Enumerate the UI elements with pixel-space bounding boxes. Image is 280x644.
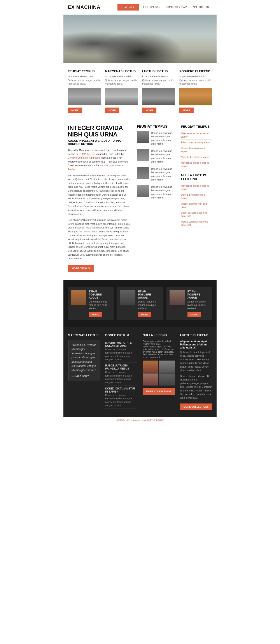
- main-section: INTEGER GRAVIDA NIBH QUIS URNA AUGUE PRA…: [63, 120, 217, 280]
- right-link-1-0[interactable]: Maecenas luctus lectus at sapien: [181, 132, 209, 138]
- footer-col-3: NULLA LEIFEND Donec placerat odio vel el…: [143, 334, 175, 410]
- nav: HOMEPAGE LEFT SIDEBAR RIGHT SIDEBAR NO S…: [118, 4, 212, 10]
- article-more-btn-1[interactable]: MORE: [68, 108, 82, 113]
- dark-card-btn-2[interactable]: MORE: [138, 312, 151, 317]
- feed-text-4: Donec leo, vivamus fermentum augue praes…: [151, 185, 174, 200]
- footer-col4-title: LUCTUS ELEIFEND: [180, 334, 212, 337]
- article-more-btn-4[interactable]: MORE: [179, 108, 194, 113]
- list-item: Donec dictum metus in sapien: [181, 192, 212, 201]
- main-intro: This is Ex Machina, a responsive HTML5 s…: [68, 148, 130, 172]
- watermark: 访问图码社区bbs.xiantoo.com见更多下载更多网页: [63, 417, 217, 424]
- footer-link-title-1: FUSCE ULTRICES FRINGILLA METUS: [105, 364, 137, 370]
- more-details-button[interactable]: MORE DETAILS: [68, 265, 94, 272]
- list-item: Etiam rhoncus volutpat erat: [181, 140, 212, 145]
- nav-left-sidebar[interactable]: LEFT SIDEBAR: [139, 4, 163, 10]
- article-more-btn-3[interactable]: MORE: [142, 108, 156, 113]
- main-mid-column: FEUGIAT TEMPUS Donec leo, vivamus fermen…: [137, 125, 174, 272]
- main-heading1: INTEGER GRAVIDA NIBH QUIS URNA: [68, 125, 130, 138]
- article-text-2: In posuere eleifend odio. Quisque semper…: [105, 75, 138, 86]
- footer-col-2: DONEC DICTUM MAURIS VULPUTATE DOLOR SIT …: [105, 334, 137, 410]
- quote-text: " Donec leo, vivamus ullamcorper ferment…: [72, 343, 97, 372]
- more-collections-btn-col4[interactable]: MORE COLLECTIONS: [180, 404, 212, 410]
- dark-card-content-1: ETIAM POSUERE AUGUE Donec nonummy magna …: [89, 290, 111, 317]
- feed-item-4: Donec leo, vivamus fermentum augue praes…: [137, 185, 174, 200]
- logo: EX MACHINA: [68, 4, 100, 10]
- feed-thumb-2: [137, 149, 149, 161]
- article-image-1: [68, 88, 101, 105]
- feed-thumb-3: [137, 167, 149, 179]
- hero-image: [63, 15, 217, 63]
- right-link-2-4[interactable]: Mauris vulputate dolor sit amet nibh: [181, 220, 208, 226]
- dark-card-title-2: ETIAM POSUERE AUGUE: [138, 290, 160, 299]
- right-link-2-0[interactable]: Maecenas luctus lectus at sapien: [181, 184, 209, 190]
- article-card-3: LUCTUS LECTUS In posuere eleifend odio. …: [142, 70, 175, 113]
- right-link-1-2[interactable]: Donec dictum metus in sapien: [181, 147, 205, 153]
- templated-link[interactable]: TEMPLATED: [79, 153, 93, 155]
- footer-img-2: [159, 360, 175, 372]
- dark-card-title-1: ETIAM POSUERE AUGUE: [89, 290, 111, 299]
- article-card-1: FEUGIAT TEMPUS In posuere eleifend odio.…: [68, 70, 101, 113]
- list-item: MAURIS VULPUTATE DOLOR SIT AMET Donec le…: [105, 340, 137, 363]
- nav-no-sidebar[interactable]: NO SIDEBAR: [190, 4, 212, 10]
- footer-col4-text2: Donec placerat odio vel elit. Nullam ant…: [180, 374, 212, 400]
- article-image-4: [179, 88, 212, 105]
- quote-box: " Donec leo, vivamus ullamcorper ferment…: [68, 340, 100, 381]
- feed-item-2: Donec leo, vivamus fermentum augue praes…: [137, 149, 174, 164]
- footer-grid: MAECENAS LECTUS " Donec leo, vivamus ull…: [68, 334, 212, 410]
- dark-card-btn-3[interactable]: MORE: [187, 312, 201, 317]
- feed-text-1: Donec leo, vivamus fermentum augue praes…: [151, 131, 174, 146]
- quote-author: — John Smith: [72, 374, 97, 378]
- footer-col4-text1: Quisque dictum. Integer nisl risus, sagi…: [180, 350, 212, 372]
- right-link-1-4[interactable]: Maecenas luctus lectus at sapien: [181, 162, 209, 167]
- article-text-4: In posuere eleifend odio. Quisque semper…: [179, 75, 212, 86]
- dark-card-text-1: Donec nonummy magna quis risus eleifend.: [89, 300, 111, 310]
- cc-link[interactable]: Creative Commons Attribution: [68, 156, 100, 159]
- footer-col1-title: MAECENAS LECTUS: [68, 334, 100, 337]
- footer-col3-text: Donec placerat odio vel elit. Nullam ant…: [143, 340, 175, 358]
- dark-card-3: ETIAM POSUERE AUGUE Donec nonummy magna …: [166, 287, 212, 320]
- nav-homepage[interactable]: HOMEPAGE: [118, 4, 139, 10]
- right-link-2-2[interactable]: Integer gravida nibh quis urna: [181, 202, 207, 208]
- articles-grid: FEUGIAT TEMPUS In posuere eleifend odio.…: [68, 70, 212, 113]
- dark-card-btn-1[interactable]: MORE: [89, 312, 102, 317]
- dark-card-text-2: Donec nonummy magna quis risus eleifend.: [138, 300, 160, 310]
- list-item: Donec dictum metus in sapien: [181, 145, 212, 154]
- list-item: Etiam posuere augue sit amet nisl: [181, 210, 212, 219]
- dark-card-content-3: ETIAM POSUERE AUGUE Donec nonummy magna …: [187, 290, 209, 317]
- hero-background: [63, 15, 217, 63]
- main-left-column: INTEGER GRAVIDA NIBH QUIS URNA AUGUE PRA…: [68, 125, 130, 272]
- article-image-3: [142, 88, 175, 105]
- list-item: Integer gravida nibh quis urna: [181, 201, 212, 210]
- list-item: Maecenas luctus lectus at sapien: [181, 183, 212, 192]
- footer-col-4: LUCTUS ELEIFEND Aliquam erat volutpat. P…: [180, 334, 212, 410]
- feed-item-1: Donec leo, vivamus fermentum augue praes…: [137, 131, 174, 146]
- right-link-2-1[interactable]: Donec dictum metus in sapien: [181, 194, 205, 199]
- main-heading2: AUGUE PRAESENT A LACUS AT URNA CONGUE RU…: [68, 139, 130, 146]
- right-link-2-3[interactable]: Etiam posuere augue sit amet nisl: [181, 212, 207, 217]
- dark-section: ETIAM POSUERE AUGUE Donec nonummy magna …: [63, 280, 217, 327]
- feed-text-2: Donec leo, vivamus fermentum augue praes…: [151, 149, 174, 164]
- twitter-link[interactable]: Twitter: [68, 168, 75, 171]
- dark-card-2: ETIAM POSUERE AUGUE Donec nonummy magna …: [117, 287, 163, 320]
- footer-link-list: MAURIS VULPUTATE DOLOR SIT AMET Donec le…: [105, 340, 137, 409]
- our-site-link[interactable]: our site: [100, 164, 108, 167]
- article-more-btn-2[interactable]: MORE: [105, 108, 119, 113]
- right-link-1-1[interactable]: Etiam rhoncus volutpat erat: [181, 141, 210, 144]
- article-text-3: In posuere eleifend odio. Quisque semper…: [142, 75, 175, 86]
- right-title1: FEUGIAT TEMPUS: [181, 125, 212, 128]
- feed-thumb-1: [137, 131, 149, 143]
- dark-card-1: ETIAM POSUERE AUGUE Donec nonummy magna …: [68, 287, 114, 320]
- right-link-1-3[interactable]: Nulla luctus eleifend purus: [181, 156, 209, 158]
- article-title-1: FEUGIAT TEMPUS: [68, 70, 101, 73]
- footer-img-3: [143, 374, 158, 386]
- article-title-3: LUCTUS LECTUS: [142, 70, 175, 73]
- right-title2: NULLA LUCTUS ELEIFEND: [181, 173, 212, 181]
- dark-card-content-2: ETIAM POSUERE AUGUE Donec nonummy magna …: [138, 290, 160, 317]
- list-item: Maecenas luctus lectus at sapien: [181, 160, 212, 169]
- more-collections-btn-col3[interactable]: MORE COLLECTIONS: [143, 388, 175, 395]
- dark-thumb-3: [169, 290, 185, 305]
- dark-thumb-2: [120, 290, 136, 305]
- nav-right-sidebar[interactable]: RIGHT SIDEBAR: [163, 4, 190, 10]
- footer-img-4: [159, 374, 175, 386]
- footer-link-title-0: MAURIS VULPUTATE DOLOR SIT AMET: [105, 341, 137, 348]
